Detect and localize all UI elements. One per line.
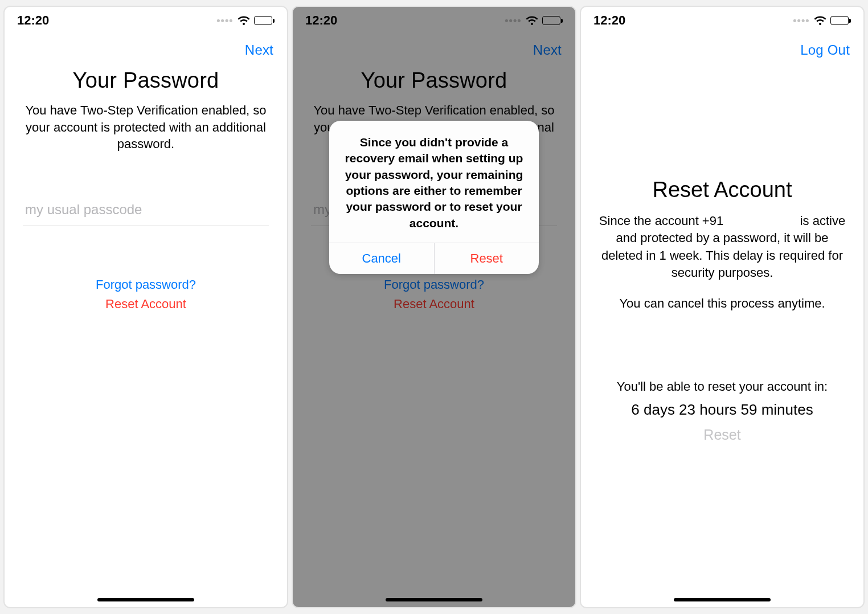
- status-bar: 12:20 ••••: [5, 7, 287, 32]
- alert-message: Since you didn't provide a recovery emai…: [329, 121, 539, 243]
- modal-scrim: [293, 7, 575, 607]
- screen-password-alert: 12:20 •••• Next Your Password You have T…: [292, 6, 576, 608]
- status-time: 12:20: [593, 13, 625, 28]
- wifi-icon: [813, 15, 827, 26]
- status-indicators: ••••: [793, 15, 851, 27]
- desc-pre: Since the account +91: [599, 214, 723, 228]
- page-title: Your Password: [23, 68, 269, 93]
- status-indicators: ••••: [216, 15, 275, 27]
- alert-cancel-button[interactable]: Cancel: [329, 243, 435, 274]
- forgot-password-link[interactable]: Forgot password?: [96, 277, 196, 292]
- battery-icon: [254, 16, 275, 25]
- page-subtitle: You have Two-Step Verification enabled, …: [23, 102, 269, 153]
- reset-description: Since the account +91 is active and prot…: [595, 212, 850, 281]
- cellular-icon: ••••: [793, 15, 809, 27]
- cellular-icon: ••••: [216, 15, 233, 27]
- reset-button-disabled: Reset: [595, 427, 850, 443]
- password-input[interactable]: [25, 202, 267, 218]
- nav-bar: Next: [5, 32, 287, 64]
- countdown-value: 6 days 23 hours 59 minutes: [595, 401, 850, 419]
- status-bar: 12:20 ••••: [581, 7, 863, 32]
- cancel-note: You can cancel this process anytime.: [595, 296, 850, 311]
- page-title: Reset Account: [595, 178, 850, 202]
- status-time: 12:20: [17, 13, 49, 28]
- screen-reset-account: 12:20 •••• Log Out Reset Account Since t…: [580, 6, 865, 608]
- nav-bar: Log Out: [581, 32, 863, 64]
- battery-icon: [830, 16, 851, 25]
- next-button[interactable]: Next: [245, 42, 273, 58]
- logout-button[interactable]: Log Out: [800, 42, 850, 58]
- password-hint-row: [23, 198, 269, 226]
- wifi-icon: [237, 15, 251, 26]
- reset-account-link[interactable]: Reset Account: [105, 297, 186, 312]
- home-indicator[interactable]: [97, 598, 194, 601]
- countdown-label: You'll be able to reset your account in:: [595, 379, 850, 394]
- alert-reset-button[interactable]: Reset: [435, 243, 539, 274]
- screen-password: 12:20 •••• Next Your Password You have T…: [3, 6, 288, 608]
- home-indicator[interactable]: [674, 598, 771, 601]
- reset-alert: Since you didn't provide a recovery emai…: [329, 121, 539, 274]
